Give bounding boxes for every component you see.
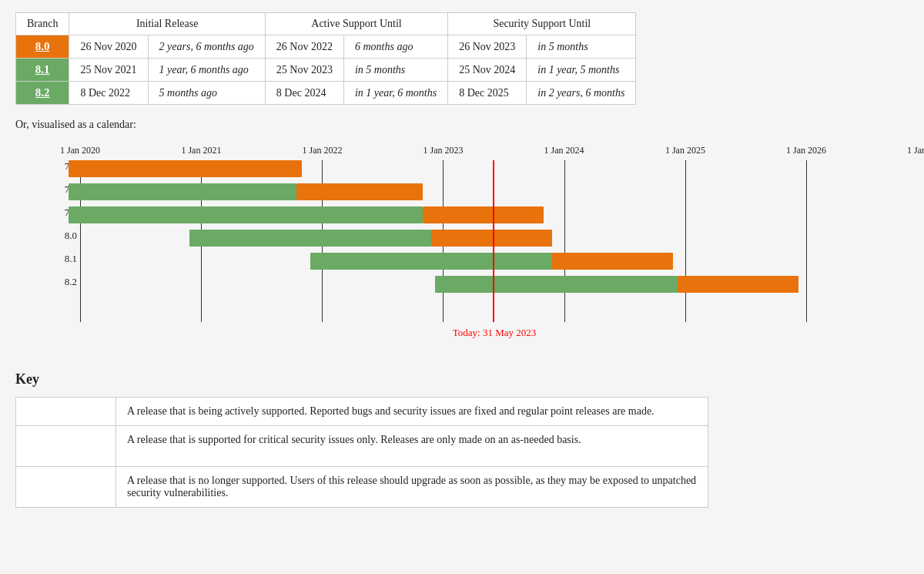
branch-cell[interactable]: 8.0 [16, 35, 69, 59]
gantt-bar-active [435, 276, 677, 293]
initial-relative: 1 year, 6 months ago [148, 59, 265, 82]
gantt-bar-active [69, 206, 423, 223]
branch-cell[interactable]: 8.1 [16, 59, 69, 82]
gantt-bar-security [296, 183, 423, 200]
gantt-axis-label: 1 Jan 2020 [60, 145, 100, 156]
col-security-support: Security Support Until [448, 13, 636, 35]
security-date: 25 Nov 2024 [448, 59, 527, 82]
active-date: 25 Nov 2023 [265, 59, 343, 82]
security-relative: in 5 months [527, 35, 636, 59]
key-desc-cell: A release that is supported for critical… [116, 426, 708, 467]
initial-relative: 2 years, 6 months ago [148, 35, 265, 59]
gantt-bar-security [69, 160, 302, 177]
gantt-grid-line [685, 160, 686, 322]
release-table: Branch Initial Release Active Support Un… [15, 12, 636, 105]
branch-cell[interactable]: 8.2 [16, 82, 69, 105]
initial-date: 8 Dec 2022 [69, 82, 148, 105]
today-label: Today: 31 May 2023 [453, 327, 537, 339]
gantt-grid-line [564, 160, 565, 322]
gantt-axis-label: 1 Jan 2026 [786, 145, 826, 156]
calendar-caption: Or, visualised as a calendar: [15, 119, 909, 131]
gantt-bar-security [423, 206, 544, 223]
key-desc-cell: A release that is no longer supported. U… [116, 467, 708, 508]
gantt-axis-label: 1 Jan 2021 [181, 145, 221, 156]
col-initial-release: Initial Release [69, 13, 265, 35]
active-date: 8 Dec 2024 [265, 82, 343, 105]
security-date: 26 Nov 2023 [448, 35, 527, 59]
security-relative: in 2 years, 6 months [527, 82, 636, 105]
gantt-grid-line [806, 160, 807, 322]
gantt-bar-active [310, 253, 552, 270]
col-active-support: Active Support Until [265, 13, 447, 35]
gantt-axis-label: 1 Jan 2027 [907, 145, 924, 156]
initial-date: 26 Nov 2020 [69, 35, 148, 59]
gantt-row-label: 8.1 [46, 253, 77, 265]
gantt-axis-label: 1 Jan 2023 [423, 145, 463, 156]
security-date: 8 Dec 2025 [448, 82, 527, 105]
gantt-axis-label: 1 Jan 2024 [544, 145, 584, 156]
gantt-bar-active [189, 230, 431, 247]
col-branch: Branch [16, 13, 69, 35]
gantt-bar-active [69, 183, 296, 200]
gantt-axis-label: 1 Jan 2022 [302, 145, 342, 156]
gantt-bar-security [552, 253, 673, 270]
key-label-cell: Active support [16, 398, 116, 426]
gantt-bar-security [678, 276, 798, 293]
gantt-axis-label: 1 Jan 2025 [665, 145, 705, 156]
active-relative: in 1 year, 6 months [343, 82, 447, 105]
key-section: Key Active support A release that is bei… [15, 371, 909, 508]
gantt-chart: 1 Jan 20201 Jan 20211 Jan 20221 Jan 2023… [15, 142, 909, 322]
key-label-cell: End of life [16, 467, 116, 508]
active-relative: in 5 months [343, 59, 447, 82]
key-table: Active support A release that is being a… [15, 397, 708, 508]
key-label-cell: Security fixes only [16, 426, 116, 467]
gantt-row-label: 8.2 [46, 276, 77, 288]
active-relative: 6 months ago [343, 35, 447, 59]
initial-date: 25 Nov 2021 [69, 59, 148, 82]
active-date: 26 Nov 2022 [265, 35, 343, 59]
key-title: Key [15, 371, 909, 388]
gantt-row-label: 8.0 [46, 230, 77, 242]
today-line: Today: 31 May 2023 [493, 160, 494, 322]
security-relative: in 1 year, 5 months [527, 59, 636, 82]
gantt-bar-security [431, 230, 552, 247]
key-desc-cell: A release that is being actively support… [116, 398, 708, 426]
initial-relative: 5 months ago [148, 82, 265, 105]
